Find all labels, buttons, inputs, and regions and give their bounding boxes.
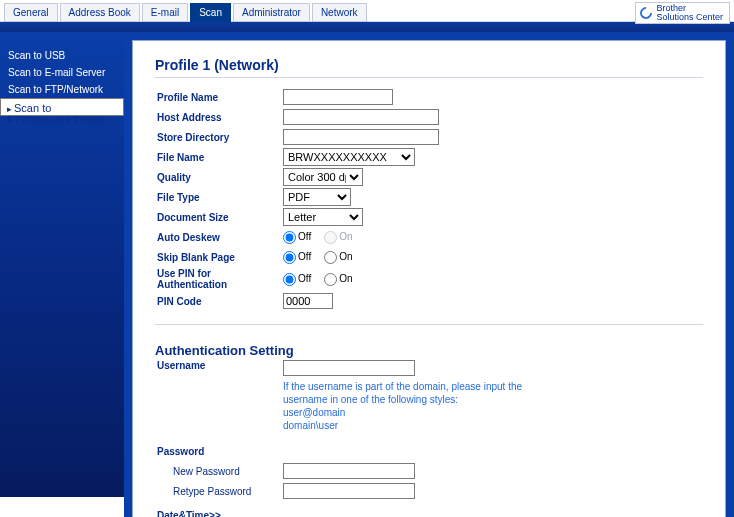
brother-logo-icon bbox=[638, 5, 655, 22]
file-name-select[interactable]: BRWXXXXXXXXXX bbox=[283, 148, 415, 166]
label-password: Password bbox=[155, 446, 283, 457]
divider bbox=[155, 77, 703, 78]
date-time-link[interactable]: Date&Time>> bbox=[155, 510, 221, 517]
quality-select[interactable]: Color 300 dpi bbox=[283, 168, 363, 186]
tab-general[interactable]: General bbox=[4, 3, 58, 22]
username-input[interactable] bbox=[283, 360, 415, 376]
content-wrap: Profile 1 (Network) Profile Name Host Ad… bbox=[124, 32, 734, 517]
host-address-input[interactable] bbox=[283, 109, 439, 125]
label-pin-code: PIN Code bbox=[155, 296, 283, 307]
label-use-pin: Use PIN for Authentication bbox=[155, 268, 283, 290]
username-hint: If the username is part of the domain, p… bbox=[283, 380, 522, 432]
main-tabs: GeneralAddress BookE-mailScanAdministrat… bbox=[4, 0, 734, 22]
store-directory-input[interactable] bbox=[283, 129, 439, 145]
main-container: Scan to USBScan to E-mail ServerScan to … bbox=[0, 32, 734, 517]
label-username: Username bbox=[155, 360, 283, 371]
label-file-name: File Name bbox=[155, 152, 283, 163]
label-host-address: Host Address bbox=[155, 112, 283, 123]
label-retype-password: Retype Password bbox=[155, 486, 283, 497]
sidebar-item-scan-to-ftp-network-profile[interactable]: Scan to FTP/Network Profile bbox=[0, 98, 124, 116]
label-file-type: File Type bbox=[155, 192, 283, 203]
banner-bar bbox=[0, 22, 734, 32]
sidebar: Scan to USBScan to E-mail ServerScan to … bbox=[0, 32, 124, 497]
profile-name-input[interactable] bbox=[283, 89, 393, 105]
sidebar-item-scan-to-ftp-network[interactable]: Scan to FTP/Network bbox=[0, 81, 124, 98]
page-title: Profile 1 (Network) bbox=[155, 57, 703, 73]
content-panel: Profile 1 (Network) Profile Name Host Ad… bbox=[132, 40, 726, 517]
use-pin-radios: Off On bbox=[283, 272, 363, 286]
sidebar-item-scan-to-e-mail-server[interactable]: Scan to E-mail Server bbox=[0, 64, 124, 81]
label-quality: Quality bbox=[155, 172, 283, 183]
brand-text: BrotherSolutions Center bbox=[656, 4, 723, 22]
retype-password-input[interactable] bbox=[283, 483, 415, 499]
use-pin-on[interactable] bbox=[324, 273, 337, 286]
tab-network[interactable]: Network bbox=[312, 3, 367, 22]
skip-blank-on[interactable] bbox=[324, 251, 337, 264]
tab-address-book[interactable]: Address Book bbox=[60, 3, 140, 22]
label-new-password: New Password bbox=[155, 466, 283, 477]
tab-e-mail[interactable]: E-mail bbox=[142, 3, 188, 22]
document-size-select[interactable]: Letter bbox=[283, 208, 363, 226]
label-profile-name: Profile Name bbox=[155, 92, 283, 103]
divider bbox=[155, 324, 703, 325]
pin-code-input[interactable] bbox=[283, 293, 333, 309]
file-type-select[interactable]: PDF bbox=[283, 188, 351, 206]
label-document-size: Document Size bbox=[155, 212, 283, 223]
auth-setting-title: Authentication Setting bbox=[155, 343, 703, 358]
new-password-input[interactable] bbox=[283, 463, 415, 479]
skip-blank-off[interactable] bbox=[283, 251, 296, 264]
sidebar-item-scan-to-usb[interactable]: Scan to USB bbox=[0, 47, 124, 64]
label-store-directory: Store Directory bbox=[155, 132, 283, 143]
auto-deskew-radios: Off On bbox=[283, 230, 363, 244]
auto-deskew-on bbox=[324, 231, 337, 244]
use-pin-off[interactable] bbox=[283, 273, 296, 286]
top-bar: GeneralAddress BookE-mailScanAdministrat… bbox=[0, 0, 734, 22]
auto-deskew-off[interactable] bbox=[283, 231, 296, 244]
skip-blank-radios: Off On bbox=[283, 250, 363, 264]
label-auto-deskew: Auto Deskew bbox=[155, 232, 283, 243]
tab-administrator[interactable]: Administrator bbox=[233, 3, 310, 22]
brand-link[interactable]: BrotherSolutions Center bbox=[635, 2, 730, 24]
label-skip-blank: Skip Blank Page bbox=[155, 252, 283, 263]
tab-scan[interactable]: Scan bbox=[190, 3, 231, 22]
